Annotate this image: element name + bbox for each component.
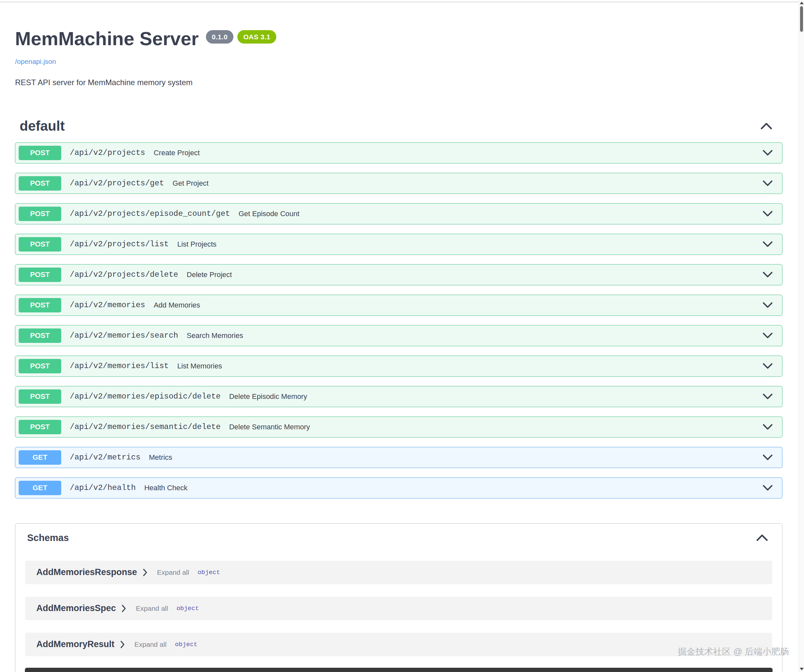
endpoint-summary: Get Episode Count [239, 209, 299, 218]
schema-model-row[interactable]: AddMemoryResult Expand all object [25, 633, 772, 656]
endpoint-row[interactable]: POST /api/v2/projects/get Get Project [15, 173, 783, 194]
badges: 0.1.0 OAS 3.1 [206, 30, 276, 44]
endpoint-path: /api/v2/projects/get [70, 179, 164, 188]
endpoint-summary: List Projects [177, 240, 216, 249]
chevron-down-icon[interactable] [762, 424, 773, 430]
endpoint-row[interactable]: GET /api/v2/health Health Check [15, 477, 783, 499]
endpoint-summary: Delete Semantic Memory [229, 423, 310, 431]
partially-visible-row [25, 668, 773, 672]
chevron-down-icon[interactable] [762, 241, 773, 247]
model-name: AddMemoryResult [36, 639, 114, 649]
model-name: AddMemoriesResponse [36, 567, 137, 577]
openapi-spec-link[interactable]: /openapi.json [15, 58, 56, 65]
method-badge: GET [19, 450, 61, 465]
model-type: object [175, 641, 198, 648]
endpoint-row[interactable]: POST /api/v2/memories/list List Memories [15, 356, 783, 377]
model-type: object [198, 569, 220, 576]
endpoint-path: /api/v2/metrics [70, 453, 141, 462]
chevron-down-icon[interactable] [762, 454, 773, 460]
endpoint-summary: List Memories [177, 362, 222, 370]
expand-all-button[interactable]: Expand all [134, 641, 167, 648]
scroll-up-arrow-icon[interactable] [800, 2, 804, 4]
method-badge: POST [19, 237, 61, 252]
default-tag-section: default POST /api/v2/projects Create Pro… [15, 118, 783, 499]
endpoint-row[interactable]: POST /api/v2/projects Create Project [15, 142, 783, 164]
vertical-scrollbar[interactable] [799, 0, 804, 672]
chevron-down-icon[interactable] [762, 302, 773, 308]
endpoint-row[interactable]: POST /api/v2/projects/episode_count/get … [15, 203, 783, 224]
method-badge: POST [19, 329, 61, 343]
endpoint-path: /api/v2/memories/semantic/delete [70, 422, 221, 431]
method-badge: POST [19, 389, 61, 404]
endpoint-path: /api/v2/projects/episode_count/get [70, 209, 230, 218]
chevron-down-icon[interactable] [762, 363, 773, 369]
api-description: REST API server for MemMachine memory sy… [15, 78, 783, 87]
scrollbar-thumb[interactable] [800, 6, 803, 32]
endpoint-path: /api/v2/projects/list [70, 240, 168, 249]
method-badge: POST [19, 146, 61, 160]
schemas-section-header[interactable]: Schemas [15, 524, 782, 552]
endpoint-path: /api/v2/projects/delete [70, 270, 178, 279]
api-title-text: MemMachine Server [15, 28, 199, 49]
chevron-right-icon[interactable] [120, 641, 125, 648]
method-badge: POST [19, 207, 61, 221]
endpoint-summary: Add Memories [154, 301, 200, 309]
expand-all-button[interactable]: Expand all [157, 569, 189, 576]
schemas-section: Schemas AddMemoriesResponse Expand all o… [15, 523, 783, 672]
chevron-right-icon[interactable] [121, 605, 126, 612]
method-badge: POST [19, 359, 61, 373]
page-title: MemMachine Server 0.1.0 OAS 3.1 [15, 28, 783, 49]
chevron-down-icon[interactable] [762, 485, 773, 491]
chevron-down-icon[interactable] [762, 211, 773, 217]
endpoint-path: /api/v2/memories/list [70, 361, 168, 370]
endpoint-summary: Create Project [154, 149, 200, 157]
chevron-up-icon[interactable] [756, 534, 768, 541]
endpoint-row[interactable]: POST /api/v2/projects/list List Projects [15, 234, 783, 255]
schemas-title: Schemas [27, 533, 69, 543]
chevron-down-icon[interactable] [762, 393, 773, 399]
endpoint-row[interactable]: GET /api/v2/metrics Metrics [15, 447, 783, 468]
oas-version-badge: OAS 3.1 [237, 30, 276, 44]
endpoint-row[interactable]: POST /api/v2/memories/semantic/delete De… [15, 417, 783, 438]
chevron-down-icon[interactable] [762, 150, 773, 156]
endpoint-row[interactable]: POST /api/v2/memories Add Memories [15, 295, 783, 316]
method-badge: GET [19, 481, 61, 495]
method-badge: POST [19, 268, 61, 282]
api-info-header: MemMachine Server 0.1.0 OAS 3.1 /openapi… [15, 28, 783, 87]
chevron-down-icon[interactable] [762, 332, 773, 338]
scroll-down-arrow-icon[interactable] [800, 668, 804, 670]
chevron-up-icon[interactable] [760, 123, 773, 130]
swagger-ui-page: MemMachine Server 0.1.0 OAS 3.1 /openapi… [15, 0, 783, 672]
endpoint-path: /api/v2/projects [70, 148, 145, 157]
default-section-header[interactable]: default [15, 118, 783, 134]
endpoint-row[interactable]: POST /api/v2/memories/search Search Memo… [15, 325, 783, 346]
method-badge: POST [19, 298, 61, 312]
endpoint-summary: Delete Project [186, 270, 232, 279]
chevron-down-icon[interactable] [762, 271, 773, 278]
expand-all-button[interactable]: Expand all [136, 605, 168, 612]
watermark-text: 掘金技术社区 @ 后端小肥肠 [678, 646, 789, 657]
endpoint-row[interactable]: POST /api/v2/projects/delete Delete Proj… [15, 264, 783, 285]
endpoint-list: POST /api/v2/projects Create Project POS… [15, 142, 783, 499]
endpoint-path: /api/v2/memories/search [70, 331, 178, 340]
model-name: AddMemoriesSpec [36, 603, 116, 613]
endpoint-path: /api/v2/health [70, 483, 136, 492]
chevron-right-icon[interactable] [142, 569, 147, 576]
endpoint-summary: Health Check [144, 484, 188, 492]
method-badge: POST [19, 176, 61, 191]
endpoint-summary: Metrics [149, 453, 172, 462]
endpoint-summary: Search Memories [186, 332, 243, 340]
endpoint-row[interactable]: POST /api/v2/memories/episodic/delete De… [15, 386, 783, 407]
endpoint-summary: Delete Episodic Memory [229, 392, 307, 401]
version-badge: 0.1.0 [206, 30, 234, 44]
endpoint-summary: Get Project [173, 179, 209, 188]
model-type: object [176, 605, 199, 612]
default-section-title: default [20, 118, 65, 134]
method-badge: POST [19, 420, 61, 434]
endpoint-path: /api/v2/memories [70, 301, 145, 309]
endpoint-path: /api/v2/memories/episodic/delete [70, 392, 221, 401]
schema-model-row[interactable]: AddMemoriesResponse Expand all object [25, 561, 772, 584]
schema-model-list: AddMemoriesResponse Expand all object Ad… [25, 561, 772, 656]
schema-model-row[interactable]: AddMemoriesSpec Expand all object [25, 597, 772, 620]
chevron-down-icon[interactable] [762, 180, 773, 186]
